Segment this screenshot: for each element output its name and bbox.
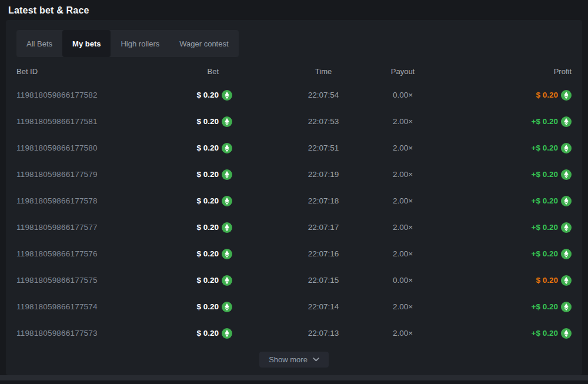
eth-coin-icon	[222, 143, 232, 153]
column-header-bet-id: Bet ID	[16, 67, 163, 76]
bet-amount: $ 0.20	[163, 275, 284, 286]
eth-coin-icon	[222, 302, 232, 312]
tab-label: Wager contest	[179, 39, 228, 48]
eth-coin-icon	[222, 249, 232, 259]
tab-all-bets[interactable]: All Bets	[16, 30, 62, 57]
bet-profit: +$ 0.20	[443, 222, 572, 233]
eth-coin-icon	[561, 222, 572, 233]
tab-label: All Bets	[26, 39, 52, 48]
bet-id: 119818059866177575	[16, 276, 163, 285]
column-header-profit: Profit	[443, 67, 572, 76]
bet-id: 119818059866177577	[16, 223, 163, 232]
bet-time: 22:07:51	[284, 143, 363, 152]
tab-wager-contest[interactable]: Wager contest	[169, 30, 238, 57]
tab-label: High rollers	[121, 39, 159, 48]
bet-profit: +$ 0.20	[443, 249, 572, 259]
tab-high-rollers[interactable]: High rollers	[111, 30, 169, 57]
bet-amount: $ 0.20	[163, 90, 284, 101]
eth-coin-icon	[561, 196, 572, 206]
bet-time: 22:07:15	[284, 276, 363, 285]
table-row[interactable]: 119818059866177577 $ 0.20 22:07:17 2.00×…	[16, 214, 572, 241]
bet-profit: $ 0.20	[443, 90, 572, 101]
bet-payout: 0.00×	[363, 276, 443, 285]
bet-profit: +$ 0.20	[443, 116, 572, 127]
bet-time: 22:07:14	[284, 302, 363, 311]
latest-bets-panel: All Bets My bets High rollers Wager cont…	[6, 20, 582, 375]
bet-amount: $ 0.20	[163, 196, 284, 206]
eth-coin-icon	[561, 275, 572, 286]
eth-coin-icon	[561, 116, 572, 127]
bet-amount: $ 0.20	[163, 328, 284, 339]
column-header-bet: Bet	[163, 67, 284, 76]
bet-profit: +$ 0.20	[443, 169, 572, 180]
bet-payout: 2.00×	[363, 302, 443, 311]
bet-profit: +$ 0.20	[443, 302, 572, 312]
eth-coin-icon	[561, 249, 572, 259]
table-row[interactable]: 119818059866177573 $ 0.20 22:07:13 2.00×…	[16, 320, 572, 346]
tab-my-bets[interactable]: My bets	[62, 30, 111, 57]
table-header: Bet ID Bet Time Payout Profit	[16, 64, 572, 78]
bet-profit: +$ 0.20	[443, 196, 572, 206]
bet-id: 119818059866177581	[16, 117, 163, 126]
bet-payout: 2.00×	[363, 196, 443, 205]
table-body: 119818059866177582 $ 0.20 22:07:54 0.00×…	[16, 82, 572, 346]
bet-id: 119818059866177574	[16, 302, 163, 311]
eth-coin-icon	[561, 169, 572, 180]
eth-coin-icon	[222, 169, 232, 180]
bet-time: 22:07:13	[284, 329, 363, 338]
bet-amount: $ 0.20	[163, 169, 284, 180]
table-row[interactable]: 119818059866177578 $ 0.20 22:07:18 2.00×…	[16, 188, 572, 214]
eth-coin-icon	[222, 196, 232, 206]
bet-time: 22:07:53	[284, 117, 363, 126]
show-more-button[interactable]: Show more	[259, 352, 329, 368]
eth-coin-icon	[561, 90, 572, 101]
bet-amount: $ 0.20	[163, 302, 284, 312]
show-more-container: Show more	[16, 352, 572, 368]
table-row[interactable]: 119818059866177580 $ 0.20 22:07:51 2.00×…	[16, 135, 572, 161]
show-more-label: Show more	[269, 355, 308, 364]
bet-amount: $ 0.20	[163, 116, 284, 127]
bet-amount: $ 0.20	[163, 222, 284, 233]
bet-id: 119818059866177576	[16, 249, 163, 258]
bet-payout: 0.00×	[363, 91, 443, 99]
bet-id: 119818059866177579	[16, 170, 163, 179]
eth-coin-icon	[222, 328, 232, 339]
table-row[interactable]: 119818059866177581 $ 0.20 22:07:53 2.00×…	[16, 108, 572, 135]
bet-payout: 2.00×	[363, 117, 443, 126]
bet-amount: $ 0.20	[163, 143, 284, 153]
table-row[interactable]: 119818059866177576 $ 0.20 22:07:16 2.00×…	[16, 241, 572, 267]
page-bottom-strip	[0, 375, 588, 380]
table-row[interactable]: 119818059866177579 $ 0.20 22:07:19 2.00×…	[16, 161, 572, 188]
bet-profit: +$ 0.20	[443, 328, 572, 339]
bet-payout: 2.00×	[363, 329, 443, 338]
table-row[interactable]: 119818059866177574 $ 0.20 22:07:14 2.00×…	[16, 293, 572, 320]
bet-payout: 2.00×	[363, 223, 443, 232]
bet-profit: $ 0.20	[443, 275, 572, 286]
bet-profit: +$ 0.20	[443, 143, 572, 153]
eth-coin-icon	[222, 275, 232, 286]
bet-id: 119818059866177580	[16, 143, 163, 152]
column-header-time: Time	[284, 67, 363, 76]
eth-coin-icon	[561, 302, 572, 312]
page-title: Latest bet & Race	[0, 0, 588, 20]
bet-amount: $ 0.20	[163, 249, 284, 259]
bet-time: 22:07:54	[284, 91, 363, 99]
bet-time: 22:07:17	[284, 223, 363, 232]
bet-payout: 2.00×	[363, 249, 443, 258]
bet-id: 119818059866177573	[16, 329, 163, 338]
bet-time: 22:07:18	[284, 196, 363, 205]
bet-time: 22:07:16	[284, 249, 363, 258]
eth-coin-icon	[222, 116, 232, 127]
table-row[interactable]: 119818059866177582 $ 0.20 22:07:54 0.00×…	[16, 82, 572, 108]
eth-coin-icon	[561, 328, 572, 339]
bet-time: 22:07:19	[284, 170, 363, 179]
bet-payout: 2.00×	[363, 170, 443, 179]
bet-payout: 2.00×	[363, 143, 443, 152]
table-row[interactable]: 119818059866177575 $ 0.20 22:07:15 0.00×…	[16, 267, 572, 293]
tab-label: My bets	[72, 39, 101, 48]
eth-coin-icon	[561, 143, 572, 153]
bet-id: 119818059866177578	[16, 196, 163, 205]
eth-coin-icon	[222, 90, 232, 101]
bets-tabbar: All Bets My bets High rollers Wager cont…	[16, 30, 239, 57]
bet-id: 119818059866177582	[16, 91, 163, 99]
